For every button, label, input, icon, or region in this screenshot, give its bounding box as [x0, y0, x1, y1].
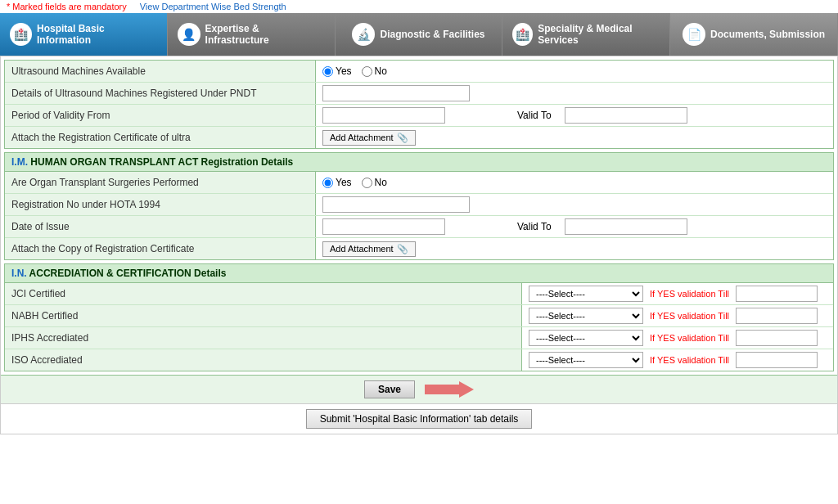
hota-header-text: HUMAN ORGAN TRANSPLANT ACT Registration … [30, 156, 293, 168]
iphs-select[interactable]: ----Select---- Yes No [529, 330, 643, 346]
transplant-radio: Yes No [322, 177, 387, 188]
transplant-yes-radio[interactable] [322, 178, 333, 188]
date-issue-label: Date of Issue [5, 216, 316, 237]
jci-select[interactable]: ----Select---- Yes No [529, 286, 643, 302]
accred-header: I.N. ACCREDIATION & CERTIFICATION Detail… [5, 264, 833, 283]
tab-documents-label: Documents, Submission [710, 29, 825, 40]
hota-row-2: Registration No under HOTA 1994 [5, 194, 833, 216]
tab-diagnostic[interactable]: 🔬 Diagnostic & Facilities [336, 13, 503, 56]
tab-expertise[interactable]: 👤 Expertise & Infrastructure [168, 13, 336, 56]
save-button[interactable]: Save [364, 380, 415, 398]
main-content: Ultrasound Machines Available Yes No Det… [0, 56, 838, 434]
nabh-value: ----Select---- Yes No If YES validation … [522, 305, 833, 326]
hota-header-code: I.M. [11, 156, 28, 168]
accred-header-code: I.N. [11, 268, 27, 279]
valid-to-label: Valid To [517, 110, 552, 121]
view-dept-link[interactable]: View Department Wise Bed Strength [140, 2, 286, 11]
accred-row-0: JCI Certified ----Select---- Yes No If Y… [5, 283, 833, 305]
tab-hospital-basic-label: Hospital Basic Information [37, 23, 157, 46]
pndt-value [316, 83, 833, 104]
hota-valid-to-label: Valid To [517, 221, 552, 232]
attachment-icon: 📎 [397, 133, 408, 143]
tab-documents[interactable]: 📄 Documents, Submission [670, 13, 838, 56]
accred-row-2: IPHS Accrediated ----Select---- Yes No I… [5, 327, 833, 349]
tab-expertise-label: Expertise & Infrastructure [205, 23, 325, 46]
submit-button[interactable]: Submit 'Hospital Basic Information' tab … [306, 409, 533, 429]
accrediation-section: I.N. ACCREDIATION & CERTIFICATION Detail… [4, 263, 834, 371]
nabh-validation-date[interactable] [736, 308, 818, 324]
transplant-value: Yes No [316, 174, 833, 191]
iso-validation-date[interactable] [736, 352, 818, 368]
hota-reg-input[interactable] [322, 196, 470, 213]
hota-valid-to-input[interactable] [565, 218, 687, 235]
transplant-yes-label[interactable]: Yes [322, 177, 352, 188]
transplant-label: Are Organ Transplant Surgeries Performed [5, 172, 316, 193]
accred-header-text: ACCREDIATION & CERTIFICATION Details [29, 268, 227, 279]
ultrasound-available-radio: Yes No [322, 65, 387, 77]
accred-row-1: NABH Certified ----Select---- Yes No If … [5, 305, 833, 327]
expertise-icon: 👤 [178, 23, 200, 46]
iso-select[interactable]: ----Select---- Yes No [529, 352, 643, 368]
attach-cert-value: Add Attachment 📎 [316, 128, 833, 148]
add-copy-attachment-button[interactable]: Add Attachment 📎 [322, 241, 416, 257]
tab-speciality[interactable]: 🏥 Speciality & Medical Services [502, 13, 670, 56]
jci-validation-date[interactable] [736, 286, 818, 302]
add-attachment-button[interactable]: Add Attachment 📎 [322, 130, 416, 146]
ultrasound-available-value: Yes No [316, 63, 833, 79]
tab-speciality-label: Speciality & Medical Services [538, 23, 660, 46]
copy-attachment-icon: 📎 [397, 244, 408, 254]
validity-from-input[interactable] [322, 107, 445, 124]
ultrasound-no-radio[interactable] [362, 66, 372, 77]
tab-diagnostic-label: Diagnostic & Facilities [380, 29, 484, 40]
hota-row-4: Attach the Copy of Registration Certific… [5, 238, 833, 259]
jci-value: ----Select---- Yes No If YES validation … [522, 283, 833, 304]
nabh-select[interactable]: ----Select---- Yes No [529, 308, 643, 324]
top-bar: * Marked fields are mandatory View Depar… [0, 0, 838, 13]
tab-hospital-basic[interactable]: 🏥 Hospital Basic Information [0, 13, 168, 56]
ultrasound-row-2: Details of Ultrasound Machines Registere… [5, 83, 833, 105]
date-issue-input[interactable] [322, 218, 445, 235]
hota-row-1: Are Organ Transplant Surgeries Performed… [5, 172, 833, 194]
transplant-no-label[interactable]: No [362, 177, 387, 188]
attach-copy-value: Add Attachment 📎 [316, 239, 833, 259]
validity-from-value: Valid To [316, 105, 833, 126]
iphs-validation: If YES validation Till [650, 333, 729, 343]
ultrasound-row-1: Ultrasound Machines Available Yes No [5, 61, 833, 83]
hota-section: I.M. HUMAN ORGAN TRANSPLANT ACT Registra… [4, 152, 834, 260]
date-issue-value: Valid To [316, 216, 833, 237]
iso-validation: If YES validation Till [650, 355, 729, 365]
iso-value: ----Select---- Yes No If YES validation … [522, 349, 833, 371]
ultrasound-yes-radio[interactable] [322, 66, 333, 77]
documents-icon: 📄 [683, 23, 705, 46]
speciality-icon: 🏥 [512, 23, 533, 46]
hospital-icon: 🏥 [10, 23, 32, 46]
attach-copy-label: Attach the Copy of Registration Certific… [5, 238, 316, 259]
iphs-validation-date[interactable] [736, 330, 818, 346]
arrow-indicator [425, 381, 474, 398]
hota-row-3: Date of Issue Valid To [5, 216, 833, 238]
ultrasound-section: Ultrasound Machines Available Yes No Det… [4, 60, 834, 149]
hota-header: I.M. HUMAN ORGAN TRANSPLANT ACT Registra… [5, 153, 833, 172]
nabh-label: NABH Certified [5, 305, 522, 326]
hota-reg-value [316, 194, 833, 215]
valid-to-input[interactable] [565, 107, 687, 124]
nabh-validation: If YES validation Till [650, 311, 729, 321]
iphs-label: IPHS Accrediated [5, 327, 522, 349]
hota-reg-label: Registration No under HOTA 1994 [5, 194, 316, 215]
nav-tabs: 🏥 Hospital Basic Information 👤 Expertise… [0, 13, 838, 56]
ultrasound-available-label: Ultrasound Machines Available [5, 61, 316, 82]
accred-row-3: ISO Accrediated ----Select---- Yes No If… [5, 349, 833, 371]
ultrasound-yes-label[interactable]: Yes [322, 65, 352, 77]
submit-row: Submit 'Hospital Basic Information' tab … [1, 403, 837, 434]
ultrasound-row-4: Attach the Registration Certificate of u… [5, 127, 833, 148]
mandatory-text: * Marked fields are mandatory [7, 2, 127, 11]
iphs-value: ----Select---- Yes No If YES validation … [522, 327, 833, 349]
attach-cert-label: Attach the Registration Certificate of u… [5, 127, 316, 148]
iso-label: ISO Accrediated [5, 349, 522, 371]
pndt-label: Details of Ultrasound Machines Registere… [5, 83, 316, 104]
pndt-input[interactable] [322, 85, 470, 101]
transplant-no-radio[interactable] [362, 178, 372, 188]
validity-from-label: Period of Validity From [5, 105, 316, 126]
jci-label: JCI Certified [5, 283, 522, 304]
ultrasound-no-label[interactable]: No [362, 65, 387, 77]
